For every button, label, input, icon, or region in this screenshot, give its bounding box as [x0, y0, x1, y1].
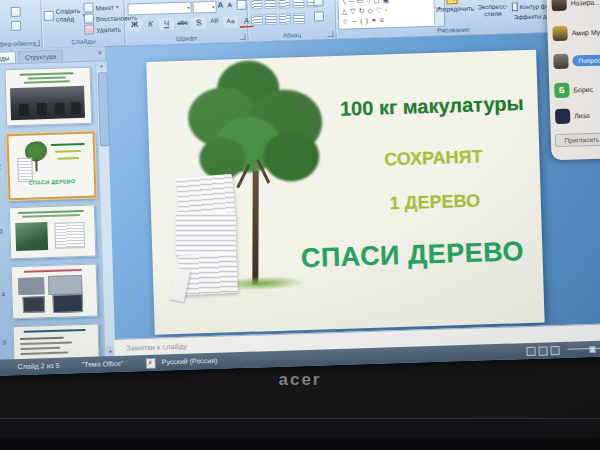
request-button[interactable]: Попрос… [572, 54, 600, 66]
thumbnail-slide-2[interactable]: СПАСИ ДЕРЕВО [6, 132, 96, 201]
caret-down-icon: ▾ [212, 4, 215, 10]
shape-rect-icon[interactable]: ▭ [357, 0, 367, 4]
ribbon-group-paragraph: Абзац [247, 0, 337, 42]
align-right-button[interactable] [279, 13, 291, 24]
italic-button[interactable]: К [143, 19, 158, 31]
font-size-combo[interactable]: ▾ [192, 1, 216, 14]
current-slide[interactable]: 100 кг макулатуры СОХРАНЯТ 1 ДЕРЕВО СПАС… [146, 50, 544, 335]
change-case-button[interactable]: Аа [223, 16, 238, 28]
font-name-combo[interactable]: ▾ [127, 1, 191, 15]
text-shadow-button[interactable]: S [191, 17, 206, 29]
align-center-button[interactable] [265, 14, 277, 25]
numbering-button[interactable] [264, 0, 276, 9]
shape-square-icon[interactable]: ◻ [373, 0, 382, 4]
format-painter-button[interactable] [11, 21, 21, 31]
caret-down-icon: ▾ [187, 5, 190, 11]
smartart-icon [314, 11, 324, 21]
invite-button[interactable]: Пригласить [555, 132, 600, 147]
justify-button[interactable] [293, 13, 305, 24]
ribbon-group-slides: Создать слайд ▾ Макет ▾ Восстановить Уда… [41, 0, 126, 48]
thumbnail-slide-4[interactable] [11, 264, 99, 320]
thumb-number: 4 [1, 291, 5, 297]
new-slide-button[interactable]: Создать слайд ▾ [44, 7, 80, 24]
font-dialog-launcher-icon[interactable] [239, 34, 245, 40]
participant-row[interactable]: Амир Мус… [552, 23, 600, 41]
slide-text-line3[interactable]: 1 ДЕРЕВО [377, 190, 494, 215]
thumb-number: 5 [3, 339, 7, 345]
participant-row[interactable]: Б Борис [554, 81, 593, 98]
participant-row[interactable]: Попрос… [553, 51, 600, 69]
slide-indicator: Слайд 2 из 5 [18, 362, 60, 370]
laptop-screen: Буфер обмена Создать слайд ▾ Макет ▾ Вос… [0, 0, 600, 376]
participant-row[interactable]: Назира… [551, 0, 600, 11]
bezel-bottom-edge [0, 438, 600, 450]
bold-button[interactable]: Ж [127, 19, 142, 31]
reset-icon [84, 14, 94, 24]
theme-name: "Тема Office" [82, 360, 124, 368]
thumbnail-slide-3[interactable] [9, 205, 97, 260]
character-spacing-button[interactable]: АВ [207, 16, 222, 28]
shape-burst-icon[interactable]: ✶ [371, 17, 380, 24]
zoom-slider-handle[interactable] [589, 346, 595, 353]
slide-text-line1[interactable]: 100 кг макулатуры [334, 92, 531, 121]
text-direction-icon [313, 0, 323, 7]
text-direction-button[interactable] [313, 0, 323, 7]
caret-down-icon: ▾ [116, 4, 119, 10]
laptop-photo: Буфер обмена Создать слайд ▾ Макет ▾ Вос… [0, 0, 600, 450]
arrange-icon [446, 0, 462, 3]
ribbon-group-drawing: ╲─▭○◻▣ △▽↻◇♡◦ ☆∼()✶≡ ▴ ▾ Упорядочить [335, 0, 553, 39]
thumb2-paper-stack [17, 158, 33, 182]
quick-styles-button[interactable]: Экспресс-стили [476, 0, 509, 17]
thumbnail-slide-5[interactable] [13, 324, 100, 361]
shape-triangle-down-icon[interactable]: ▽ [350, 7, 359, 14]
paragraph-row-1 [250, 0, 318, 10]
align-left-button[interactable] [251, 14, 263, 25]
thumb-number: 3 [0, 228, 3, 234]
acer-logo: acer [0, 370, 600, 390]
shrink-font-button[interactable]: А [227, 1, 232, 8]
shape-equal-icon[interactable]: ≡ [380, 16, 387, 23]
bullets-button[interactable] [250, 0, 262, 10]
participant-row[interactable]: Лиза [555, 107, 590, 124]
shape-diamond-icon[interactable]: ◇ [367, 7, 376, 14]
underline-button[interactable]: Ч [159, 18, 174, 30]
decrease-indent-button[interactable] [278, 0, 290, 9]
zoom-slider[interactable] [567, 347, 600, 350]
slide-title[interactable]: СПАСИ ДЕРЕВО [286, 236, 539, 275]
increase-indent-button[interactable] [292, 0, 304, 8]
thumb3-forest-photo [15, 222, 48, 251]
slide-text-line2[interactable]: СОХРАНЯТ [375, 146, 492, 171]
shape-arrow-icon[interactable]: ↻ [358, 7, 367, 14]
thumbnail-slide-1[interactable] [4, 67, 92, 127]
language-button[interactable]: Русский (Россия) [162, 357, 218, 366]
delete-slide-button[interactable]: Удалить [84, 24, 121, 35]
delete-icon [84, 25, 94, 35]
new-slide-icon [44, 11, 54, 21]
ribbon-group-clipboard: Буфер обмена [0, 0, 43, 50]
paste-button[interactable] [10, 7, 20, 17]
arrange-button[interactable]: Упорядочить [433, 0, 476, 13]
smartart-convert-button[interactable] [314, 11, 324, 21]
clipboard-dialog-launcher-icon[interactable] [34, 40, 40, 46]
grow-font-button[interactable]: А [217, 0, 223, 9]
shapes-gallery[interactable]: ╲─▭○◻▣ △▽↻◇♡◦ ☆∼()✶≡ ▴ ▾ [337, 0, 445, 30]
clear-formatting-button[interactable] [236, 0, 246, 10]
shape-frame-icon[interactable]: ▣ [382, 0, 392, 3]
pane-close-icon[interactable]: × [97, 49, 102, 57]
tab-outline[interactable]: Структура [18, 50, 63, 63]
avatar: Б [554, 82, 569, 97]
avatar [551, 0, 566, 11]
layout-button[interactable]: Макет ▾ [83, 2, 118, 13]
paper-stack-image[interactable] [174, 175, 242, 299]
paste-icon [10, 7, 20, 17]
tab-slides[interactable]: Слайды [0, 51, 16, 64]
strikethrough-button[interactable]: abc [175, 18, 190, 30]
paragraph-dialog-launcher-icon[interactable] [327, 31, 333, 37]
view-mode-buttons[interactable] [526, 346, 559, 356]
shape-dot-icon[interactable]: ◦ [385, 6, 391, 13]
spellcheck-icon[interactable] [146, 358, 156, 369]
clear-formatting-icon [236, 0, 246, 10]
font-group-label: Шрифт [125, 33, 247, 44]
scroll-up-icon[interactable]: ▴ [96, 60, 106, 70]
shape-curve-icon[interactable]: ∼ [351, 17, 360, 24]
